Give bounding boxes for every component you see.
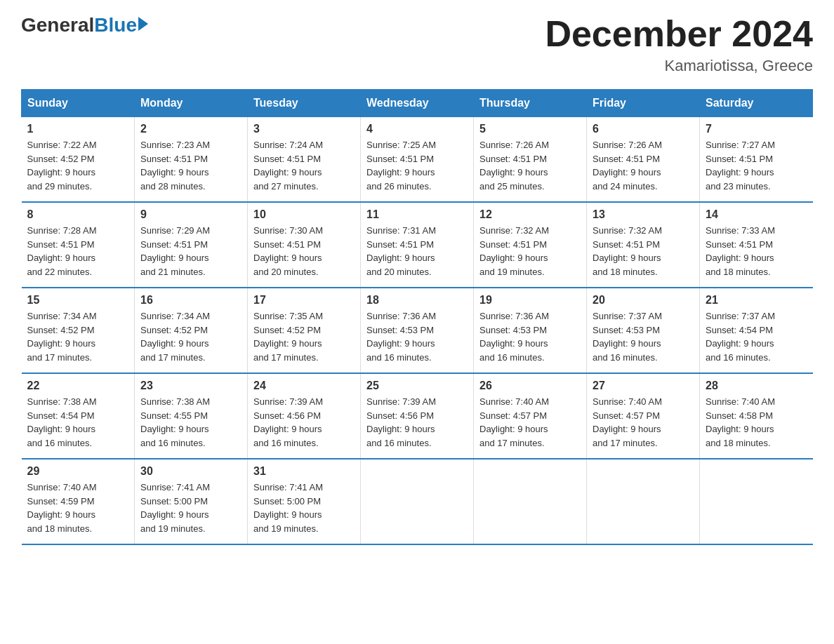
day-cell: 2 Sunrise: 7:23 AM Sunset: 4:51 PM Dayli…: [135, 117, 248, 203]
header-cell-wednesday: Wednesday: [361, 90, 474, 117]
day-info: Sunrise: 7:30 AM Sunset: 4:51 PM Dayligh…: [253, 225, 323, 277]
day-number: 2: [140, 123, 241, 135]
header-cell-monday: Monday: [135, 90, 248, 117]
day-cell: 25 Sunrise: 7:39 AM Sunset: 4:56 PM Dayl…: [361, 373, 474, 459]
logo-general-text: General: [21, 14, 94, 36]
day-cell: 11 Sunrise: 7:31 AM Sunset: 4:51 PM Dayl…: [361, 202, 474, 288]
logo-triangle-icon: [138, 17, 148, 31]
day-cell: 5 Sunrise: 7:26 AM Sunset: 4:51 PM Dayli…: [474, 117, 587, 203]
page-header: General Blue December 2024 Kamariotissa,…: [21, 14, 813, 75]
day-number: 1: [27, 123, 129, 135]
day-number: 24: [253, 380, 355, 392]
day-info: Sunrise: 7:26 AM Sunset: 4:51 PM Dayligh…: [479, 140, 549, 192]
day-cell: [700, 459, 813, 544]
calendar-body: 1 Sunrise: 7:22 AM Sunset: 4:52 PM Dayli…: [22, 117, 813, 545]
day-cell: 21 Sunrise: 7:37 AM Sunset: 4:54 PM Dayl…: [700, 288, 813, 373]
day-number: 5: [479, 123, 581, 135]
day-info: Sunrise: 7:27 AM Sunset: 4:51 PM Dayligh…: [706, 140, 775, 192]
calendar-table: SundayMondayTuesdayWednesdayThursdayFrid…: [21, 89, 813, 545]
day-info: Sunrise: 7:32 AM Sunset: 4:51 PM Dayligh…: [479, 225, 549, 277]
day-cell: 30 Sunrise: 7:41 AM Sunset: 5:00 PM Dayl…: [135, 459, 248, 544]
day-info: Sunrise: 7:36 AM Sunset: 4:53 PM Dayligh…: [366, 311, 436, 363]
day-cell: 15 Sunrise: 7:34 AM Sunset: 4:52 PM Dayl…: [22, 288, 135, 373]
day-number: 25: [366, 380, 468, 392]
day-info: Sunrise: 7:41 AM Sunset: 5:00 PM Dayligh…: [140, 482, 210, 534]
week-row-2: 8 Sunrise: 7:28 AM Sunset: 4:51 PM Dayli…: [22, 202, 813, 288]
logo-blue-text: Blue: [94, 14, 137, 36]
day-cell: 29 Sunrise: 7:40 AM Sunset: 4:59 PM Dayl…: [22, 459, 135, 544]
day-cell: [361, 459, 474, 544]
day-number: 17: [253, 294, 355, 307]
day-cell: 6 Sunrise: 7:26 AM Sunset: 4:51 PM Dayli…: [587, 117, 700, 203]
header-cell-sunday: Sunday: [22, 90, 135, 117]
day-cell: 7 Sunrise: 7:27 AM Sunset: 4:51 PM Dayli…: [700, 117, 813, 203]
day-number: 30: [140, 465, 241, 478]
day-info: Sunrise: 7:34 AM Sunset: 4:52 PM Dayligh…: [27, 311, 97, 363]
day-number: 22: [27, 380, 129, 392]
day-number: 4: [366, 123, 468, 135]
day-number: 12: [479, 208, 581, 221]
day-number: 7: [706, 123, 807, 135]
day-cell: 24 Sunrise: 7:39 AM Sunset: 4:56 PM Dayl…: [248, 373, 361, 459]
day-number: 9: [140, 208, 241, 221]
day-cell: 1 Sunrise: 7:22 AM Sunset: 4:52 PM Dayli…: [22, 117, 135, 203]
day-info: Sunrise: 7:26 AM Sunset: 4:51 PM Dayligh…: [593, 140, 662, 192]
day-info: Sunrise: 7:40 AM Sunset: 4:57 PM Dayligh…: [479, 396, 549, 448]
day-info: Sunrise: 7:28 AM Sunset: 4:51 PM Dayligh…: [27, 225, 97, 277]
header-cell-friday: Friday: [587, 90, 700, 117]
day-cell: 22 Sunrise: 7:38 AM Sunset: 4:54 PM Dayl…: [22, 373, 135, 459]
day-info: Sunrise: 7:23 AM Sunset: 4:51 PM Dayligh…: [140, 140, 210, 192]
day-info: Sunrise: 7:25 AM Sunset: 4:51 PM Dayligh…: [366, 140, 436, 192]
day-cell: 31 Sunrise: 7:41 AM Sunset: 5:00 PM Dayl…: [248, 459, 361, 544]
day-info: Sunrise: 7:40 AM Sunset: 4:57 PM Dayligh…: [593, 396, 662, 448]
day-cell: 8 Sunrise: 7:28 AM Sunset: 4:51 PM Dayli…: [22, 202, 135, 288]
day-cell: 18 Sunrise: 7:36 AM Sunset: 4:53 PM Dayl…: [361, 288, 474, 373]
day-info: Sunrise: 7:36 AM Sunset: 4:53 PM Dayligh…: [479, 311, 549, 363]
logo: General Blue: [21, 14, 148, 36]
day-number: 31: [253, 465, 355, 478]
day-number: 10: [253, 208, 355, 221]
day-info: Sunrise: 7:37 AM Sunset: 4:53 PM Dayligh…: [593, 311, 662, 363]
day-number: 21: [706, 294, 807, 307]
day-number: 18: [366, 294, 468, 307]
day-number: 29: [27, 465, 129, 478]
header-cell-saturday: Saturday: [700, 90, 813, 117]
day-number: 20: [593, 294, 694, 307]
header-cell-tuesday: Tuesday: [248, 90, 361, 117]
day-number: 28: [706, 380, 807, 392]
day-cell: 26 Sunrise: 7:40 AM Sunset: 4:57 PM Dayl…: [474, 373, 587, 459]
day-cell: 10 Sunrise: 7:30 AM Sunset: 4:51 PM Dayl…: [248, 202, 361, 288]
day-info: Sunrise: 7:37 AM Sunset: 4:54 PM Dayligh…: [706, 311, 775, 363]
day-info: Sunrise: 7:39 AM Sunset: 4:56 PM Dayligh…: [366, 396, 436, 448]
day-number: 16: [140, 294, 241, 307]
day-cell: 27 Sunrise: 7:40 AM Sunset: 4:57 PM Dayl…: [587, 373, 700, 459]
day-cell: 12 Sunrise: 7:32 AM Sunset: 4:51 PM Dayl…: [474, 202, 587, 288]
week-row-3: 15 Sunrise: 7:34 AM Sunset: 4:52 PM Dayl…: [22, 288, 813, 373]
day-number: 23: [140, 380, 241, 392]
title-section: December 2024 Kamariotissa, Greece: [545, 14, 813, 75]
day-cell: [587, 459, 700, 544]
day-number: 3: [253, 123, 355, 135]
header-row: SundayMondayTuesdayWednesdayThursdayFrid…: [22, 90, 813, 117]
day-cell: 20 Sunrise: 7:37 AM Sunset: 4:53 PM Dayl…: [587, 288, 700, 373]
day-cell: 19 Sunrise: 7:36 AM Sunset: 4:53 PM Dayl…: [474, 288, 587, 373]
day-number: 13: [593, 208, 694, 221]
day-info: Sunrise: 7:35 AM Sunset: 4:52 PM Dayligh…: [253, 311, 323, 363]
day-cell: 3 Sunrise: 7:24 AM Sunset: 4:51 PM Dayli…: [248, 117, 361, 203]
day-info: Sunrise: 7:33 AM Sunset: 4:51 PM Dayligh…: [706, 225, 775, 277]
day-info: Sunrise: 7:39 AM Sunset: 4:56 PM Dayligh…: [253, 396, 323, 448]
day-number: 15: [27, 294, 129, 307]
day-cell: 13 Sunrise: 7:32 AM Sunset: 4:51 PM Dayl…: [587, 202, 700, 288]
calendar-header: SundayMondayTuesdayWednesdayThursdayFrid…: [22, 90, 813, 117]
day-number: 27: [593, 380, 694, 392]
day-number: 19: [479, 294, 581, 307]
day-info: Sunrise: 7:22 AM Sunset: 4:52 PM Dayligh…: [27, 140, 97, 192]
day-cell: 16 Sunrise: 7:34 AM Sunset: 4:52 PM Dayl…: [135, 288, 248, 373]
day-cell: [474, 459, 587, 544]
week-row-4: 22 Sunrise: 7:38 AM Sunset: 4:54 PM Dayl…: [22, 373, 813, 459]
day-info: Sunrise: 7:32 AM Sunset: 4:51 PM Dayligh…: [593, 225, 662, 277]
day-info: Sunrise: 7:31 AM Sunset: 4:51 PM Dayligh…: [366, 225, 436, 277]
location-subtitle: Kamariotissa, Greece: [545, 57, 813, 75]
day-info: Sunrise: 7:24 AM Sunset: 4:51 PM Dayligh…: [253, 140, 323, 192]
day-info: Sunrise: 7:29 AM Sunset: 4:51 PM Dayligh…: [140, 225, 210, 277]
